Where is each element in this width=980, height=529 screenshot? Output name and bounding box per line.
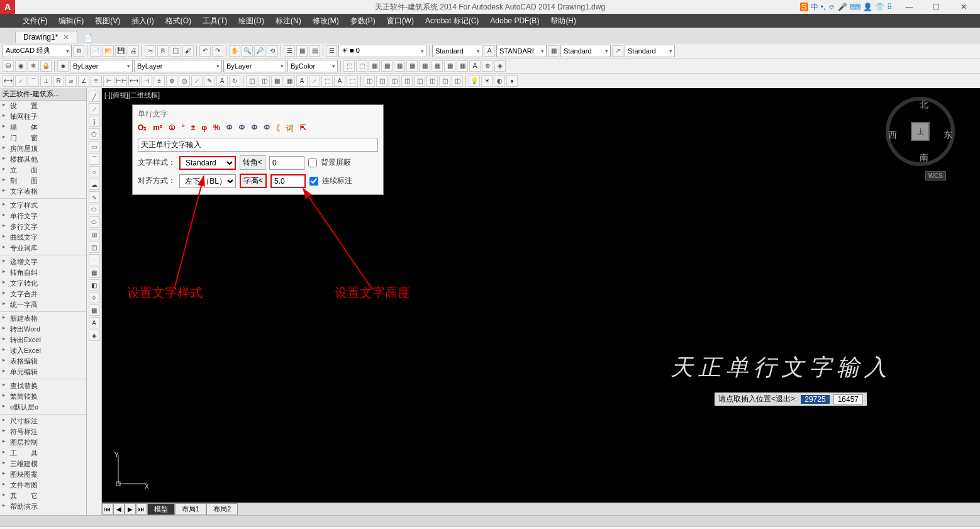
- sym-o2-icon[interactable]: O₂: [138, 123, 147, 134]
- align-select[interactable]: 左下 （BL）: [179, 174, 236, 188]
- wcs-label[interactable]: WCS: [925, 171, 946, 181]
- canvas-scrollbar[interactable]: [0, 515, 980, 526]
- side-item[interactable]: 帮助演示: [0, 501, 86, 512]
- dim-angular-icon[interactable]: ∠: [78, 75, 89, 87]
- dim-diameter-icon[interactable]: ⌀: [65, 75, 77, 87]
- revcloud-icon[interactable]: ☁: [89, 179, 100, 190]
- mod-3-icon[interactable]: ▦: [271, 75, 282, 87]
- side-item[interactable]: 三维建模: [0, 459, 86, 469]
- style-combo-2[interactable]: STANDARI: [496, 45, 547, 57]
- ellipse-arc-icon[interactable]: ⬭: [89, 216, 100, 228]
- side-item[interactable]: 图块图案: [0, 469, 86, 480]
- mod-5-icon[interactable]: A: [296, 75, 308, 87]
- point-icon[interactable]: ·: [89, 254, 100, 265]
- side-item[interactable]: o默认层o: [0, 402, 86, 413]
- style-combo-1[interactable]: Standard: [432, 45, 482, 57]
- tool-e-icon[interactable]: ▦: [394, 60, 405, 72]
- mod-1-icon[interactable]: ◫: [246, 75, 257, 87]
- mod-4-icon[interactable]: ▦: [284, 75, 295, 87]
- arc-icon[interactable]: ⌒: [89, 153, 100, 165]
- copy-icon[interactable]: ⎘: [157, 45, 169, 57]
- side-item[interactable]: 新建表格: [0, 311, 86, 324]
- menu-insert[interactable]: 插入(I): [131, 16, 153, 26]
- menu-dimension[interactable]: 标注(N): [276, 16, 301, 26]
- matchprop-icon[interactable]: 🖌: [182, 45, 194, 57]
- sheet-icon[interactable]: ▦: [296, 45, 308, 57]
- style-combo-4[interactable]: Standard: [625, 45, 675, 57]
- tab-close-icon[interactable]: ✕: [63, 33, 69, 42]
- text-input[interactable]: [138, 138, 378, 152]
- layer-lock-icon[interactable]: 🔒: [40, 60, 52, 72]
- compass-top[interactable]: 上: [911, 122, 930, 141]
- layer-freeze-icon[interactable]: ❄: [28, 60, 39, 72]
- mod-7-icon[interactable]: ⬚: [321, 75, 333, 87]
- sym-pm-icon[interactable]: ±: [191, 123, 196, 134]
- gradient-icon[interactable]: ◧: [89, 279, 100, 291]
- menu-format[interactable]: 格式(O): [165, 16, 191, 26]
- workspace-combo[interactable]: AutoCAD 经典: [3, 45, 72, 57]
- tolerance-icon[interactable]: ±: [153, 75, 165, 87]
- polygon-icon[interactable]: ⬠: [89, 128, 100, 140]
- ext-1-icon[interactable]: ◫: [364, 75, 375, 87]
- dim-radius-icon[interactable]: R: [53, 75, 64, 87]
- dim-ordinate-icon[interactable]: ⊥: [40, 75, 52, 87]
- mod-2-icon[interactable]: ◫: [259, 75, 270, 87]
- pline-icon[interactable]: ⟆: [89, 116, 100, 127]
- menu-modify[interactable]: 修改(M): [313, 16, 339, 26]
- dim-icon[interactable]: A: [484, 45, 495, 57]
- region-icon[interactable]: ◊: [89, 292, 100, 303]
- side-item[interactable]: 剖 面: [0, 175, 86, 186]
- dim-linear-icon[interactable]: ⟷: [3, 75, 14, 87]
- plotstyle-combo[interactable]: ByColor: [287, 60, 338, 72]
- center-mark-icon[interactable]: ⊕: [166, 75, 177, 87]
- side-item[interactable]: 专业词库: [0, 243, 86, 253]
- layer-combo[interactable]: ☀ ■ 0: [338, 45, 426, 57]
- dim-break-icon[interactable]: ⊣: [141, 75, 152, 87]
- side-item[interactable]: 工 具: [0, 448, 86, 459]
- tab-nav-prev-icon[interactable]: ◀: [113, 503, 125, 515]
- tool-a-icon[interactable]: ⬚: [343, 60, 355, 72]
- ext-2-icon[interactable]: ◫: [376, 75, 387, 87]
- cut-icon[interactable]: ✂: [145, 45, 156, 57]
- tool-palette-icon[interactable]: ▤: [309, 45, 320, 57]
- redo-icon[interactable]: ↷: [212, 45, 223, 57]
- dim-quick-icon[interactable]: ≡: [91, 75, 102, 87]
- tab-nav-first-icon[interactable]: ⏮: [102, 503, 113, 515]
- layout-tab-model[interactable]: 模型: [147, 503, 175, 515]
- mod-8-icon[interactable]: A: [334, 75, 345, 87]
- dim-baseline-icon[interactable]: ⊢: [103, 75, 114, 87]
- menu-pdf[interactable]: Adobe PDF(B): [490, 16, 539, 25]
- side-item[interactable]: 文字样式: [0, 198, 86, 211]
- side-item[interactable]: 墙 体: [0, 122, 86, 133]
- menu-edit[interactable]: 编辑(E): [58, 16, 84, 26]
- side-item[interactable]: 文件布图: [0, 480, 86, 491]
- zoom-icon[interactable]: 🔍: [242, 45, 253, 57]
- rotation-input[interactable]: [269, 156, 304, 170]
- ellipse-icon[interactable]: ⬭: [89, 204, 100, 215]
- sym-dia-icon[interactable]: φ: [201, 123, 207, 134]
- dim-edit-icon[interactable]: ✎: [204, 75, 215, 87]
- sym-pct-icon[interactable]: %: [213, 123, 220, 134]
- sym-phi2-icon[interactable]: Φ: [239, 123, 245, 134]
- sym-deg-icon[interactable]: °: [182, 123, 185, 134]
- side-item[interactable]: 楼梯其他: [0, 154, 86, 165]
- side-item[interactable]: 查找替换: [0, 379, 86, 391]
- menu-view[interactable]: 视图(V): [95, 16, 120, 26]
- mleader-icon[interactable]: ↗: [612, 45, 623, 57]
- ext-3-icon[interactable]: ◫: [389, 75, 400, 87]
- color-icon[interactable]: ■: [57, 60, 69, 72]
- inspect-icon[interactable]: ◎: [179, 75, 190, 87]
- pan-icon[interactable]: ✋: [229, 45, 240, 57]
- open-icon[interactable]: 📂: [103, 45, 114, 57]
- drawing-canvas[interactable]: [-][俯视][二维线框] 单行文字 O₂ m² ① ° ± φ % Φ Φ Φ…: [102, 88, 980, 515]
- tab-nav-last-icon[interactable]: ⏭: [136, 503, 147, 515]
- menu-window[interactable]: 窗口(W): [387, 16, 414, 26]
- tool-f-icon[interactable]: ▦: [406, 60, 418, 72]
- side-item[interactable]: 文字转化: [0, 278, 86, 289]
- side-item[interactable]: 多行文字: [0, 221, 86, 232]
- lineweight-combo[interactable]: ByLayer: [223, 60, 286, 72]
- tool-k-icon[interactable]: A: [469, 60, 481, 72]
- table-icon[interactable]: ▦: [548, 45, 559, 57]
- side-item[interactable]: 符号标注: [0, 426, 86, 437]
- sym-ins-icon[interactable]: ⇱: [300, 123, 306, 134]
